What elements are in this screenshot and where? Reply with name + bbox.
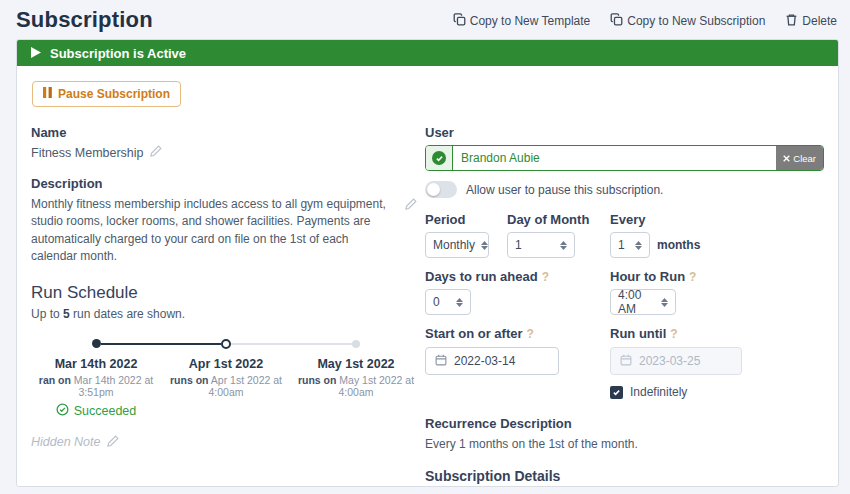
timeline-dot-future [352, 340, 360, 348]
select-arrows-icon [560, 241, 567, 250]
timeline-event-completed: Mar 14th 2022 ran on Mar 14th 2022 at 3:… [31, 338, 161, 419]
day-of-month-select[interactable]: 1 [507, 232, 575, 258]
description-label: Description [31, 176, 419, 191]
recurrence-description-heading: Recurrence Description [425, 416, 824, 431]
help-icon[interactable]: ? [527, 327, 534, 341]
status-banner: Subscription is Active [17, 40, 838, 66]
timeline-status: Succeeded [56, 403, 137, 419]
page-header: Subscription Copy to New Template Copy t… [0, 0, 850, 33]
run-until-date-input: 2023-03-25 [610, 347, 742, 375]
day-of-month-label: Day of Month [507, 212, 610, 227]
period-select[interactable]: Monthly [425, 232, 489, 258]
help-icon[interactable]: ? [689, 270, 696, 284]
select-arrows-icon [661, 298, 668, 307]
timeline-detail: ran on Mar 14th 2022 at 3:51pm [31, 374, 161, 398]
period-label: Period [425, 212, 507, 227]
timeline-date: Apr 1st 2022 [161, 357, 291, 371]
every-stepper[interactable]: 1 [610, 232, 650, 258]
recurrence-description-text: Every 1 months on the 1st of the month. [425, 437, 824, 451]
calendar-icon [620, 354, 632, 369]
indefinitely-row: Indefinitely [610, 385, 824, 399]
run-schedule-timeline: Mar 14th 2022 ran on Mar 14th 2022 at 3:… [31, 338, 419, 419]
trash-icon [785, 13, 798, 29]
delete-button[interactable]: Delete [785, 13, 837, 29]
indefinitely-checkbox[interactable] [610, 386, 623, 399]
check-circle-icon [56, 403, 69, 419]
header-actions: Copy to New Template Copy to New Subscri… [453, 13, 837, 29]
copy-icon [610, 13, 623, 29]
left-column: Name Fitness Membership Description Mont… [31, 125, 423, 494]
timeline-date: Mar 14th 2022 [31, 357, 161, 371]
x-icon [783, 153, 790, 164]
name-value: Fitness Membership [31, 146, 144, 160]
run-until-label: Run until? [610, 326, 824, 341]
right-column: User Clear Allow user to pause this subs… [423, 125, 832, 494]
user-input[interactable] [453, 146, 776, 170]
hour-to-run-select[interactable]: 4:00 AM [610, 289, 676, 315]
edit-description-icon[interactable] [405, 198, 417, 213]
copy-to-new-template-button[interactable]: Copy to New Template [453, 13, 591, 29]
subscription-details-heading: Subscription Details [425, 468, 824, 484]
stepper-arrows-icon [456, 298, 463, 307]
run-schedule-title: Run Schedule [31, 283, 419, 303]
check-circle-icon [432, 151, 446, 165]
start-date-input[interactable]: 2022-03-14 [425, 347, 559, 375]
copy-to-new-subscription-label: Copy to New Subscription [627, 14, 765, 28]
copy-to-new-subscription-button[interactable]: Copy to New Subscription [610, 13, 765, 29]
timeline-detail: runs on Apr 1st 2022 at 4:00am [161, 374, 291, 398]
status-banner-text: Subscription is Active [50, 46, 186, 61]
play-icon [31, 46, 41, 61]
stepper-arrows-icon [635, 241, 642, 250]
subscription-card: Subscription is Active Pause Subscriptio… [16, 39, 839, 487]
hour-to-run-label: Hour to Run? [610, 269, 824, 284]
start-date-value: 2022-03-14 [454, 354, 515, 368]
page-title: Subscription [16, 7, 153, 33]
clear-label: Clear [793, 153, 816, 164]
timeline-date: May 1st 2022 [291, 357, 421, 371]
help-icon[interactable]: ? [670, 327, 677, 341]
days-ahead-stepper[interactable]: 0 [425, 289, 471, 315]
indefinitely-label: Indefinitely [630, 385, 687, 399]
select-arrows-icon [481, 241, 488, 250]
pause-icon [43, 87, 52, 101]
delete-label: Delete [802, 14, 837, 28]
pause-subscription-button[interactable]: Pause Subscription [32, 81, 181, 107]
user-label: User [425, 125, 824, 140]
timeline-dot-completed [92, 339, 101, 348]
edit-hidden-note-icon[interactable] [107, 435, 119, 450]
allow-pause-label: Allow user to pause this subscription. [466, 183, 663, 197]
user-valid-addon [426, 146, 453, 170]
timeline-detail: runs on May 1st 2022 at 4:00am [291, 374, 421, 398]
timeline-dot-next [221, 339, 231, 349]
user-field-group: Clear [425, 145, 824, 171]
start-on-label: Start on or after? [425, 326, 610, 341]
description-value: Monthly fitness membership includes acce… [31, 196, 397, 266]
pause-subscription-label: Pause Subscription [58, 87, 170, 101]
help-icon[interactable]: ? [542, 270, 549, 284]
every-unit-label: months [657, 238, 700, 258]
edit-name-icon[interactable] [150, 145, 162, 160]
hidden-note: Hidden Note [31, 435, 119, 450]
timeline-event-future: May 1st 2022 runs on May 1st 2022 at 4:0… [291, 338, 421, 419]
every-label: Every [610, 212, 824, 227]
copy-to-new-template-label: Copy to New Template [470, 14, 591, 28]
timeline-event-next: Apr 1st 2022 runs on Apr 1st 2022 at 4:0… [161, 338, 291, 419]
clear-user-button[interactable]: Clear [776, 146, 823, 170]
hidden-note-label: Hidden Note [31, 435, 101, 449]
name-label: Name [31, 125, 419, 140]
calendar-icon [435, 354, 447, 369]
days-ahead-label: Days to run ahead? [425, 269, 610, 284]
pause-toggle-row: Allow user to pause this subscription. [425, 181, 824, 198]
copy-icon [453, 13, 466, 29]
run-schedule-subtitle: Up to 5 run dates are shown. [31, 307, 419, 321]
allow-pause-toggle[interactable] [425, 181, 457, 198]
run-until-date-value: 2023-03-25 [639, 354, 700, 368]
